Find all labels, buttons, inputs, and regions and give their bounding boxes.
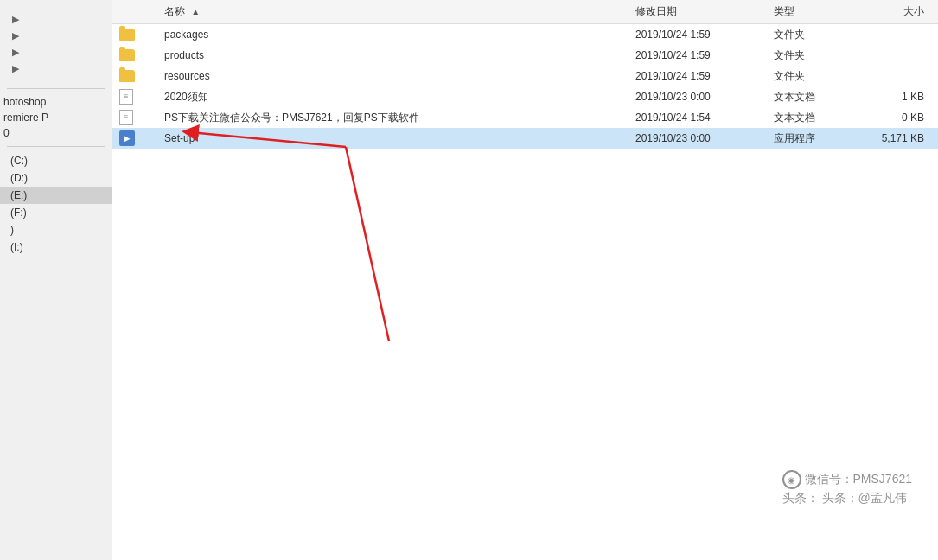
col-date-header[interactable]: 修改日期 [635, 4, 774, 19]
table-row[interactable]: PS下载关注微信公众号：PMSJ7621，回复PS下载软件 2019/10/24… [112, 107, 938, 128]
app-label: remiere P [3, 111, 48, 124]
sidebar: ▶ ▶ ▶ ▶ hotoshop remiere P 0 (C:) (D:) (… [0, 0, 112, 560]
nav-up-3[interactable]: ▶ [5, 45, 108, 60]
file-date: 2019/10/24 1:59 [635, 70, 774, 82]
sidebar-item-0[interactable]: 0 [0, 125, 112, 141]
file-list: packages 2019/10/24 1:59 文件夹 products 20… [112, 24, 938, 560]
col-name-header[interactable]: 名称 ▲ [112, 4, 635, 19]
file-name: products [164, 49, 635, 61]
sort-arrow-icon: ▲ [191, 7, 200, 16]
table-row[interactable]: ▶ Set-up 2019/10/23 0:00 应用程序 5,171 KB [112, 128, 938, 149]
arrow-icon: ▶ [9, 47, 22, 58]
table-row[interactable]: products 2019/10/24 1:59 文件夹 [112, 45, 938, 66]
file-icon-cell [112, 89, 164, 105]
app-label: hotoshop [3, 96, 46, 108]
file-date: 2019/10/23 0:00 [635, 91, 774, 103]
sidebar-item-premiere[interactable]: remiere P [0, 110, 112, 125]
divider-2 [7, 146, 105, 147]
drive-e[interactable]: (E:) [0, 187, 112, 204]
nav-up-2[interactable]: ▶ [5, 29, 108, 43]
file-icon-cell [112, 49, 164, 61]
doc-icon [119, 89, 133, 105]
nav-up-1[interactable]: ▶ [5, 12, 108, 27]
arrow-icon: ▶ [9, 14, 22, 25]
divider-1 [7, 88, 105, 89]
col-size-header[interactable]: 大小 [860, 4, 938, 19]
arrow-icon: ▶ [9, 30, 22, 41]
file-type: 文件夹 [774, 28, 860, 42]
file-date: 2019/10/23 0:00 [635, 132, 774, 144]
exe-icon: ▶ [119, 130, 135, 146]
file-icon-cell [112, 29, 164, 41]
table-row[interactable]: resources 2019/10/24 1:59 文件夹 [112, 66, 938, 86]
drive-5[interactable]: ) [0, 221, 112, 239]
folder-icon [119, 49, 135, 61]
file-size: 1 KB [860, 91, 938, 103]
file-name: resources [164, 70, 635, 82]
file-type: 文本文档 [774, 90, 860, 105]
file-type: 文件夹 [774, 69, 860, 84]
nav-up-4[interactable]: ▶ [5, 61, 108, 76]
main-content: 名称 ▲ 修改日期 类型 大小 packages 2019/10/24 1:59… [112, 0, 938, 560]
col-type-header[interactable]: 类型 [774, 4, 860, 19]
folder-icon [119, 70, 135, 82]
file-name: packages [164, 29, 635, 41]
folder-icon [119, 29, 135, 41]
file-icon-cell: ▶ [112, 130, 164, 146]
file-date: 2019/10/24 1:59 [635, 49, 774, 61]
file-date: 2019/10/24 1:59 [635, 29, 774, 41]
sidebar-item-photoshop[interactable]: hotoshop [0, 94, 112, 110]
file-icon-cell [112, 70, 164, 82]
file-name: PS下载关注微信公众号：PMSJ7621，回复PS下载软件 [164, 111, 635, 125]
drive-f[interactable]: (F:) [0, 204, 112, 221]
table-row[interactable]: 2020须知 2019/10/23 0:00 文本文档 1 KB [112, 86, 938, 107]
table-row[interactable]: packages 2019/10/24 1:59 文件夹 [112, 24, 938, 45]
file-list-header: 名称 ▲ 修改日期 类型 大小 [112, 0, 938, 24]
file-icon-cell [112, 110, 164, 125]
drive-i[interactable]: (I:) [0, 239, 112, 256]
file-type: 文件夹 [774, 48, 860, 63]
doc-icon [119, 110, 133, 125]
app-label: 0 [3, 127, 10, 139]
drive-d[interactable]: (D:) [0, 169, 112, 187]
file-date: 2019/10/24 1:54 [635, 111, 774, 124]
file-name: Set-up [164, 132, 635, 144]
file-type: 文本文档 [774, 111, 860, 125]
file-name: 2020须知 [164, 90, 635, 105]
file-size: 0 KB [860, 111, 938, 124]
arrow-icon: ▶ [9, 63, 22, 74]
file-size: 5,171 KB [860, 132, 938, 144]
file-type: 应用程序 [774, 131, 860, 146]
drive-c[interactable]: (C:) [0, 152, 112, 169]
